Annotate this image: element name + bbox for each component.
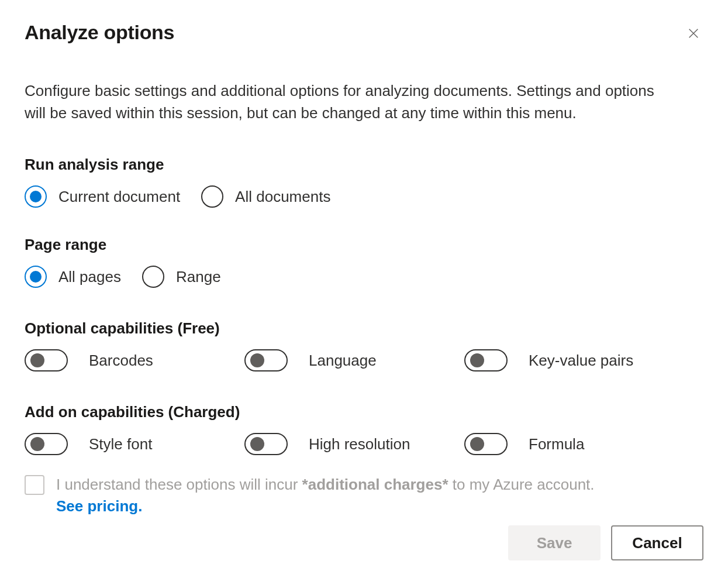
toggle-thumb-icon [250,437,264,451]
radio-label: Range [176,268,221,286]
acknowledgement-row: I understand these options will incur *a… [25,474,703,517]
toggle-label: Formula [529,435,584,453]
radio-current-document[interactable]: Current document [25,185,180,208]
section-optional-caps-label: Optional capabilities (Free) [25,319,703,338]
toggle-label: High resolution [309,435,410,453]
dialog-footer: Save Cancel [508,525,703,560]
close-button[interactable] [684,23,703,45]
close-icon [687,33,700,42]
section-addon-caps-label: Add on capabilities (Charged) [25,403,703,421]
toggle-label: Language [309,352,377,370]
section-run-range-label: Run analysis range [25,156,703,174]
toggle-thumb-icon [470,437,484,451]
dialog-description: Configure basic settings and additional … [25,80,668,124]
ack-text-pre: I understand these options will incur [56,476,302,493]
toggle-thumb-icon [30,437,44,451]
toggle-style-font[interactable] [25,433,68,455]
toggle-high-resolution[interactable] [244,433,288,455]
radio-label: All pages [58,268,121,286]
ack-checkbox[interactable] [25,475,44,495]
radio-range[interactable]: Range [142,266,221,288]
dialog-title: Analyze options [25,21,174,44]
toggle-label: Key-value pairs [529,352,633,370]
ack-text-bold: *additional charges* [302,476,448,493]
radio-icon-selected [25,266,47,288]
toggle-barcodes[interactable] [25,349,68,371]
page-range-group: All pages Range [25,266,703,288]
ack-text: I understand these options will incur *a… [56,474,595,517]
ack-text-post: to my Azure account. [448,476,595,493]
toggle-thumb-icon [250,353,264,367]
toggle-language[interactable] [244,349,288,371]
toggle-label: Barcodes [89,352,153,370]
toggle-label: Style font [89,435,152,453]
run-range-group: Current document All documents [25,185,703,208]
radio-icon-unselected [142,266,164,288]
radio-label: All documents [235,188,330,206]
see-pricing-link[interactable]: See pricing. [56,497,142,515]
toggle-thumb-icon [30,353,44,367]
radio-icon-selected [25,185,47,208]
optional-caps-group: Barcodes Language Key-value pairs [25,349,703,371]
radio-icon-unselected [201,185,223,208]
toggle-key-value-pairs[interactable] [464,349,508,371]
addon-caps-group: Style font High resolution Formula [25,433,703,455]
radio-all-documents[interactable]: All documents [201,185,330,208]
radio-label: Current document [58,188,180,206]
radio-all-pages[interactable]: All pages [25,266,121,288]
cancel-button[interactable]: Cancel [611,525,703,560]
section-page-range-label: Page range [25,236,703,254]
save-button[interactable]: Save [508,525,601,560]
toggle-formula[interactable] [464,433,508,455]
toggle-thumb-icon [470,353,484,367]
